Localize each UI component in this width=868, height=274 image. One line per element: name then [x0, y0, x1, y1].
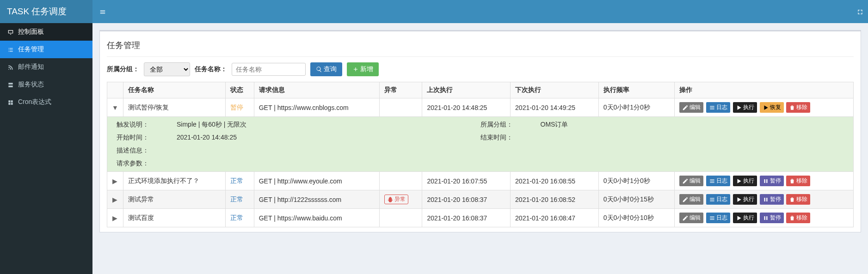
sidebar-header: 控制面板 — [0, 23, 92, 41]
pause-button[interactable]: 暂停 — [760, 213, 784, 223]
detail-group-label: 所属分组： — [480, 121, 541, 129]
cell-next: 2021-01-20 16:08:55 — [511, 172, 599, 190]
detail-trigger-label: 触发说明： — [117, 121, 177, 129]
cell-actions: 编辑 日志 执行 恢复 移除 — [674, 98, 853, 117]
cell-status: 正常 — [225, 190, 254, 209]
sidebar-item-label: 邮件通知 — [18, 63, 44, 71]
exec-button[interactable]: 执行 — [733, 102, 757, 113]
cell-actions: 编辑 日志 执行 暂停 移除 — [674, 172, 853, 190]
edit-button[interactable]: 编辑 — [679, 194, 703, 205]
cell-status: 正常 — [225, 172, 254, 190]
detail-desc-label: 描述信息： — [117, 146, 177, 155]
detail-start: 2021-01-20 14:48:25 — [177, 134, 480, 142]
grid-icon — [7, 98, 14, 106]
cell-next: 2021-01-20 16:08:52 — [511, 190, 599, 209]
col-status: 状态 — [225, 82, 254, 98]
detail-end-label: 结束时间： — [480, 134, 541, 142]
edit-button[interactable]: 编辑 — [679, 176, 703, 186]
pause-button[interactable]: 暂停 — [760, 176, 784, 186]
resume-button[interactable]: 恢复 — [760, 102, 784, 113]
cell-request: GET | http://1222ssssss.com — [254, 190, 380, 209]
monitor-icon — [7, 28, 14, 36]
cell-last: 2021-01-20 16:07:55 — [422, 172, 511, 190]
cell-actions: 编辑 日志 执行 暂停 移除 — [674, 209, 853, 227]
sidebar-header-label: 控制面板 — [18, 28, 44, 36]
sidebar-item-cron[interactable]: Cron表达式 — [0, 93, 92, 111]
cell-request: GET | http://www.eyoule.com — [254, 172, 380, 190]
filter-bar: 所属分组： 全部 任务名称： 查询 新增 — [107, 62, 854, 76]
detail-row: 触发说明： Simple | 每60秒 | 无限次 所属分组： OMS订单 开始… — [107, 117, 854, 172]
table-row: ▶ 测试异常 正常 GET | http://1222ssssss.com 异常… — [107, 190, 854, 209]
detail-trigger: Simple | 每60秒 | 无限次 — [177, 121, 480, 129]
exec-button[interactable]: 执行 — [733, 194, 757, 205]
edit-button[interactable]: 编辑 — [679, 102, 703, 113]
expand-toggle[interactable]: ▶ — [107, 172, 123, 190]
cell-actions: 编辑 日志 执行 暂停 移除 — [674, 190, 853, 209]
list-icon — [7, 46, 14, 53]
cell-freq: 0天0小时1分0秒 — [598, 98, 674, 117]
cell-status: 正常 — [225, 209, 254, 227]
query-button[interactable]: 查询 — [310, 62, 342, 76]
sidebar-item-tasks[interactable]: 任务管理 — [0, 41, 92, 58]
delete-button[interactable]: 移除 — [786, 102, 810, 113]
expand-icon[interactable] — [857, 8, 863, 15]
exec-button[interactable]: 执行 — [733, 213, 757, 223]
pause-button[interactable]: 暂停 — [760, 194, 784, 205]
expand-toggle[interactable]: ▶ — [107, 209, 123, 227]
sidebar-item-label: Cron表达式 — [18, 98, 51, 106]
page-title: 任务管理 — [107, 36, 854, 57]
detail-desc — [177, 146, 480, 155]
detail-group: OMS订单 — [541, 121, 844, 129]
search-icon — [316, 66, 322, 73]
cell-error — [380, 98, 422, 117]
cell-next: 2021-01-20 14:49:25 — [511, 98, 599, 117]
sidebar-item-label: 任务管理 — [18, 45, 44, 54]
delete-button[interactable]: 移除 — [786, 176, 810, 186]
cell-error — [380, 209, 422, 227]
cell-error — [380, 172, 422, 190]
col-error: 异常 — [380, 82, 422, 98]
cell-name: 测试异常 — [123, 190, 225, 209]
log-button[interactable]: 日志 — [706, 194, 730, 205]
expand-toggle[interactable]: ▼ — [107, 98, 123, 117]
group-select[interactable]: 全部 — [144, 62, 190, 76]
rss-icon — [7, 63, 14, 71]
cell-error: 异常 — [380, 190, 422, 209]
log-button[interactable]: 日志 — [706, 102, 730, 113]
app-logo: TASK 任务调度 — [0, 0, 92, 23]
col-request: 请求信息 — [254, 82, 380, 98]
cell-freq: 0天0小时0分10秒 — [598, 209, 674, 227]
group-label: 所属分组： — [107, 65, 139, 73]
delete-button[interactable]: 移除 — [786, 194, 810, 205]
plus-icon — [352, 66, 359, 73]
edit-button[interactable]: 编辑 — [679, 213, 703, 223]
table-row: ▼ 测试暂停/恢复 暂停 GET | https://www.cnblogs.c… — [107, 98, 854, 117]
sidebar-item-mail[interactable]: 邮件通知 — [0, 58, 92, 76]
cell-freq: 0天0小时0分15秒 — [598, 190, 674, 209]
delete-button[interactable]: 移除 — [786, 213, 810, 223]
topbar: TASK 任务调度 — [0, 0, 868, 23]
log-button[interactable]: 日志 — [706, 213, 730, 223]
cell-last: 2021-01-20 14:48:25 — [422, 98, 511, 117]
exec-button[interactable]: 执行 — [733, 176, 757, 186]
cell-name: 测试暂停/恢复 — [123, 98, 225, 117]
menu-toggle-button[interactable] — [92, 7, 113, 17]
table-row: ▶ 正式环境添加执行不了？ 正常 GET | http://www.eyoule… — [107, 172, 854, 190]
taskname-input[interactable] — [232, 63, 306, 76]
taskname-label: 任务名称： — [195, 65, 227, 73]
task-table: 任务名称 状态 请求信息 异常 上次执行 下次执行 执行频率 操作 ▼ 测试暂停… — [107, 82, 854, 227]
detail-param — [177, 159, 480, 168]
col-action: 操作 — [674, 82, 853, 98]
cell-request: GET | https://www.cnblogs.com — [254, 98, 380, 117]
add-button[interactable]: 新增 — [347, 62, 379, 76]
cell-name: 测试百度 — [123, 209, 225, 227]
expand-toggle[interactable]: ▶ — [107, 190, 123, 209]
detail-param-label: 请求参数： — [117, 159, 177, 168]
cell-request: GET | https://www.baidu.com — [254, 209, 380, 227]
error-badge: 异常 — [384, 195, 408, 204]
cell-status: 暂停 — [225, 98, 254, 117]
detail-start-label: 开始时间： — [117, 134, 177, 142]
sidebar-item-service[interactable]: 服务状态 — [0, 76, 92, 93]
col-name: 任务名称 — [123, 82, 225, 98]
log-button[interactable]: 日志 — [706, 176, 730, 186]
